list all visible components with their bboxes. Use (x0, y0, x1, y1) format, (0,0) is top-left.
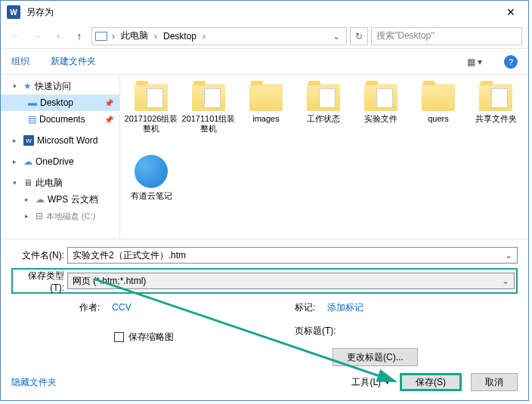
author-value[interactable]: CCV (112, 302, 131, 313)
button-row: 隐藏文件夹 工具(L)▼ 保存(S) 取消 (1, 373, 528, 391)
file-item[interactable]: quers (410, 81, 466, 150)
save-as-dialog: W 另存为 ✕ ← → ▾ ↑ › 此电脑 › Desktop › ⌄ ↻ 搜索… (0, 0, 529, 401)
thumbnail-checkbox[interactable]: 保存缩略图 (114, 331, 174, 344)
dialog-title: 另存为 (26, 6, 54, 19)
tags-value[interactable]: 添加标记 (327, 302, 363, 313)
chevron-down-icon[interactable]: ⌄ (502, 276, 509, 286)
breadcrumb-sep: › (110, 31, 116, 42)
filename-input[interactable]: 实验文件2（正式文件）.htm⌄ (67, 247, 518, 264)
toolbar: 组织 新建文件夹 ▦ ▾ ? (1, 49, 528, 75)
file-label: 实验文件 (364, 114, 397, 124)
hide-folders-link[interactable]: 隐藏文件夹 (11, 376, 57, 389)
file-item[interactable]: 有道云笔记 (123, 152, 179, 221)
folder-icon (479, 84, 512, 111)
nav-bar: ← → ▾ ↑ › 此电脑 › Desktop › ⌄ ↻ 搜索"Desktop… (1, 23, 528, 49)
cancel-button[interactable]: 取消 (471, 373, 518, 391)
forward-button[interactable]: → (28, 27, 46, 45)
pc-icon (95, 32, 107, 41)
meta-row: 作者: CCV 保存缩略图 标记: 添加标记 页标题(T): 更改标题(C)..… (11, 297, 518, 366)
filetype-highlight: 保存类型(T): 网页 (*.htm;*.html)⌄ (11, 268, 518, 294)
refresh-button[interactable]: ↻ (350, 27, 368, 45)
app-icon (135, 155, 168, 188)
file-label: 20171101组装整机 (181, 114, 237, 134)
organize-menu[interactable]: 组织 (11, 55, 29, 68)
file-item[interactable]: images (238, 81, 294, 150)
sidebar: ▾★快速访问 ▬Desktop📌 ▤Documents📌 ▸WMicrosoft… (1, 75, 120, 239)
file-item[interactable]: 共享文件夹 (468, 81, 524, 150)
file-label: quers (428, 114, 449, 124)
file-label: images (252, 114, 279, 124)
file-label: 工作状态 (307, 114, 340, 124)
pagetitle-label: 页标题(T): (295, 325, 336, 336)
folder-icon (192, 84, 225, 111)
body: ▾★快速访问 ▬Desktop📌 ▤Documents📌 ▸WMicrosoft… (1, 75, 528, 239)
pin-icon: 📌 (104, 116, 113, 124)
sidebar-thispc[interactable]: ▾🖥此电脑 (1, 174, 119, 191)
change-title-button[interactable]: 更改标题(C)... (332, 348, 418, 366)
new-folder-button[interactable]: 新建文件夹 (51, 55, 96, 68)
folder-icon (135, 84, 168, 111)
file-label: 20171026组装整机 (123, 114, 179, 134)
checkbox-icon (114, 332, 124, 342)
folder-icon (364, 84, 397, 111)
sidebar-quick-access[interactable]: ▾★快速访问 (1, 78, 119, 94)
bottom-panel: 文件名(N): 实验文件2（正式文件）.htm⌄ 保存类型(T): 网页 (*.… (1, 239, 528, 366)
search-input[interactable]: 搜索"Desktop" (371, 27, 522, 45)
author-label: 作者: (79, 301, 110, 314)
addr-dropdown[interactable]: ⌄ (329, 31, 343, 42)
word-app-icon: W (7, 5, 20, 19)
breadcrumb-sep: › (153, 31, 159, 42)
file-item[interactable]: 20171101组装整机 (181, 81, 237, 150)
view-button[interactable]: ▦ ▾ (466, 55, 483, 69)
back-button[interactable]: ← (7, 27, 25, 45)
folder-icon (422, 84, 455, 111)
filetype-label: 保存类型(T): (14, 270, 67, 293)
sidebar-documents[interactable]: ▤Documents📌 (1, 111, 119, 128)
help-button[interactable]: ? (504, 55, 518, 69)
breadcrumb-sep: › (201, 31, 207, 42)
folder-icon (249, 84, 283, 111)
sidebar-desktop[interactable]: ▬Desktop📌 (1, 94, 119, 111)
close-button[interactable]: ✕ (500, 5, 522, 20)
chevron-down-icon[interactable]: ⌄ (505, 250, 512, 261)
address-bar[interactable]: › 此电脑 › Desktop › ⌄ (91, 27, 347, 45)
file-item[interactable]: 实验文件 (353, 81, 409, 150)
sidebar-localdisk[interactable]: ▸⊟本地磁盘 (C:) (1, 208, 119, 224)
file-item[interactable]: 20171026组装整机 (123, 81, 179, 150)
file-label: 共享文件夹 (475, 114, 517, 124)
sidebar-wps[interactable]: ▸☁WPS 云文档 (1, 191, 119, 208)
titlebar: W 另存为 ✕ (1, 1, 528, 23)
file-list: 20171026组装整机20171101组装整机images工作状态实验文件qu… (120, 75, 528, 239)
tools-menu[interactable]: 工具(L)▼ (351, 376, 391, 389)
pin-icon: 📌 (104, 99, 113, 107)
folder-icon (307, 84, 340, 111)
file-label: 有道云笔记 (131, 191, 172, 201)
filename-label: 文件名(N): (11, 249, 67, 262)
filename-row: 文件名(N): 实验文件2（正式文件）.htm⌄ (11, 245, 518, 265)
sidebar-word[interactable]: ▸WMicrosoft Word (1, 132, 119, 149)
filetype-select[interactable]: 网页 (*.htm;*.html)⌄ (67, 273, 515, 289)
file-item[interactable]: 工作状态 (295, 81, 351, 150)
breadcrumb-desktop[interactable]: Desktop (162, 31, 198, 42)
filetype-row: 保存类型(T): 网页 (*.htm;*.html)⌄ (14, 271, 515, 291)
sidebar-onedrive[interactable]: ▸☁OneDrive (1, 153, 119, 170)
tags-label: 标记: (295, 301, 325, 314)
save-button[interactable]: 保存(S) (400, 373, 462, 391)
history-dropdown[interactable]: ▾ (49, 27, 67, 45)
word-icon: W (23, 135, 34, 146)
up-button[interactable]: ↑ (70, 27, 88, 45)
breadcrumb-pc[interactable]: 此电脑 (119, 29, 150, 42)
